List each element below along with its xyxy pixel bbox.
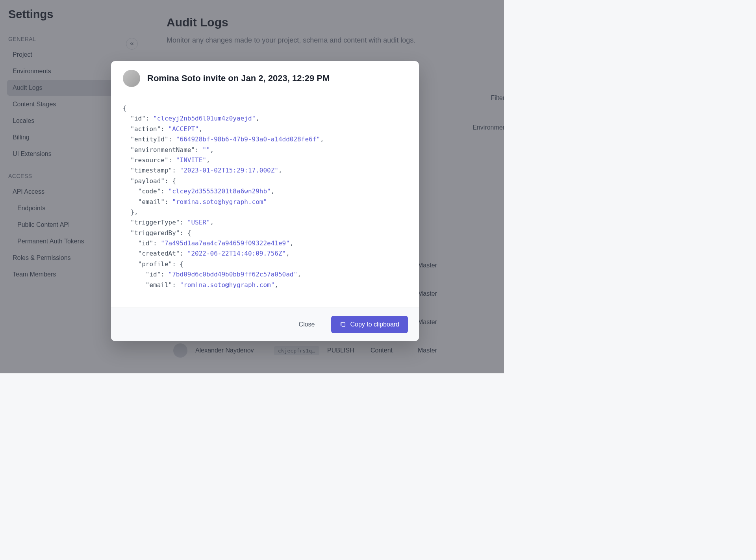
audit-log-detail-modal: Romina Soto invite on Jan 2, 2023, 12:29…: [111, 61, 419, 341]
modal-header: Romina Soto invite on Jan 2, 2023, 12:29…: [111, 61, 419, 95]
json-value-triggered-by-created: "2022-06-22T14:40:09.756Z": [187, 250, 286, 257]
svg-rect-0: [342, 323, 345, 327]
json-value-profile-email: "romina.soto@hygraph.com": [180, 281, 275, 289]
modal-title: Romina Soto invite on Jan 2, 2023, 12:29…: [147, 73, 330, 83]
copy-button-label: Copy to clipboard: [350, 321, 399, 328]
json-value-resource: "INVITE": [176, 156, 206, 164]
json-value-profile-id: "7bd09d6c0bdd49b0bb9ff62c57a050ad": [169, 271, 298, 278]
json-value-trigger-type: "USER": [187, 219, 210, 226]
json-value-entity-id: "664928bf-98b6-47b9-93a0-a14dd028fe6f": [176, 135, 320, 143]
close-button[interactable]: Close: [292, 317, 322, 332]
json-value-payload-email: "romina.soto@hygraph.com": [172, 198, 267, 206]
modal-json-body[interactable]: { "id": "clceyj2nb5d6l01um4z0yaejd", "ac…: [111, 95, 419, 308]
json-value-triggered-by-id: "7a495d1aa7aa4c7a94659f09322e41e9": [161, 239, 290, 247]
json-value-timestamp: "2023-01-02T15:29:17.000Z": [180, 167, 278, 174]
json-value-id: "clceyj2nb5d6l01um4z0yaejd": [153, 115, 256, 122]
json-value-action: "ACCEPT": [169, 125, 199, 133]
modal-footer: Close Copy to clipboard: [111, 308, 419, 341]
user-avatar: [123, 70, 140, 87]
json-value-env-name: "": [202, 146, 210, 154]
copy-to-clipboard-button[interactable]: Copy to clipboard: [331, 316, 408, 333]
json-value-payload-code: "clcey2d35553201t8a6wn29hb": [169, 187, 271, 195]
clipboard-icon: [340, 321, 346, 328]
